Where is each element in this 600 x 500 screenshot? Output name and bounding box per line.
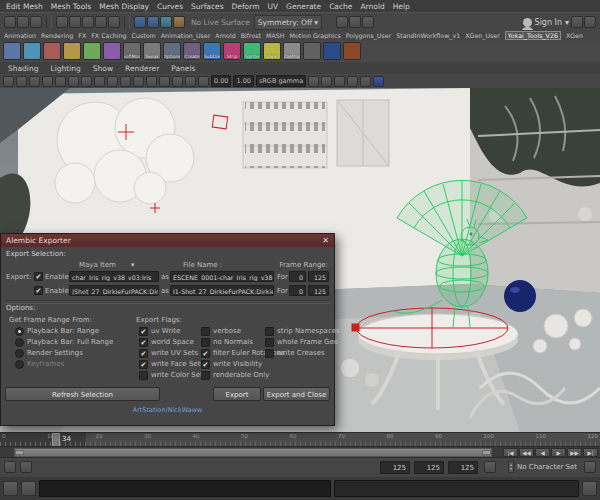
auto-key-icon[interactable]	[20, 461, 32, 473]
maya-item-dropdown-icon[interactable]: ▾	[131, 261, 135, 269]
shelf-icon[interactable]: Tweak	[143, 42, 161, 60]
export-and-close-button[interactable]: Export and Close	[263, 387, 330, 401]
tab-fx[interactable]: FX	[78, 32, 86, 39]
set-key-icon[interactable]	[484, 461, 496, 473]
file-name-field[interactable]: I1-Shot_27_DirkieFurPACK:Dirkie_Pack.abc	[170, 285, 274, 296]
uv-write-checkbox[interactable]	[139, 327, 148, 336]
go-to-end-button[interactable]: ▶|	[583, 448, 598, 457]
panel-menu-lighting[interactable]: Lighting	[50, 64, 80, 73]
strip-namespaces-label[interactable]: strip Namespaces	[277, 327, 340, 335]
menu-help[interactable]: Help	[389, 2, 414, 11]
shelf-icon[interactable]: SoftMod	[123, 42, 141, 60]
play-forwards-button[interactable]: ▶	[551, 448, 566, 457]
file-name-header[interactable]: File Name :	[183, 261, 222, 269]
playback-end-field[interactable]: 125	[380, 461, 410, 474]
snap-plane-icon[interactable]	[173, 16, 185, 28]
write-face-sets-checkbox[interactable]	[139, 360, 148, 369]
ipr-render-icon[interactable]	[349, 16, 361, 28]
mask-surfaces-icon[interactable]	[95, 16, 107, 28]
shelf-icon[interactable]	[303, 42, 321, 60]
shelf-icon[interactable]	[43, 42, 61, 60]
shelf-icon[interactable]	[63, 42, 81, 60]
range-slider[interactable]	[14, 448, 492, 457]
view-transform-dropdown[interactable]: sRGB gamma	[256, 75, 306, 87]
tab-standinworkflow[interactable]: StandInWorkflow_v1	[396, 32, 460, 39]
panel-menu-shading[interactable]: Shading	[8, 64, 38, 73]
object-mode-icon[interactable]	[17, 16, 29, 28]
image-plane-icon[interactable]	[55, 76, 66, 87]
snap-point-icon[interactable]	[160, 16, 172, 28]
shelf-icon[interactable]: Vape	[263, 42, 281, 60]
shelf-icon[interactable]	[23, 42, 41, 60]
exposure-field[interactable]: 0.00	[211, 75, 231, 87]
tab-mash[interactable]: MASH	[266, 32, 284, 39]
renderable-only-checkbox[interactable]	[201, 371, 210, 380]
frame-end-field[interactable]: 125	[308, 285, 329, 296]
panel-menu-show[interactable]: Show	[93, 64, 113, 73]
mask-joints-icon[interactable]	[69, 16, 81, 28]
write-creases-label[interactable]: write Creases	[277, 349, 325, 357]
script-language-icon[interactable]	[3, 481, 18, 496]
radio-playback-full-label[interactable]: Playback Bar: Full Range	[27, 338, 113, 346]
world-space-checkbox[interactable]	[139, 338, 148, 347]
lights-icon[interactable]	[198, 76, 209, 87]
tab-bifrost[interactable]: Bifrost	[241, 32, 261, 39]
verbose-checkbox[interactable]	[201, 327, 210, 336]
play-backwards-button[interactable]: ◀	[535, 448, 550, 457]
write-uv-sets-checkbox[interactable]	[139, 349, 148, 358]
go-to-start-button[interactable]: |◀	[503, 448, 518, 457]
maya-item-field[interactable]: char_Iris_rig_v38_v03:Iris	[69, 271, 159, 282]
world-space-label[interactable]: world Space	[151, 338, 194, 346]
no-normals-label[interactable]: no Normals	[213, 338, 253, 346]
mask-deformers-icon[interactable]	[108, 16, 120, 28]
menu-deform[interactable]: Deform	[228, 2, 264, 11]
tab-fx-caching[interactable]: FX Caching	[91, 32, 126, 39]
radio-playback-range-label[interactable]: Playback Bar: Range	[27, 327, 99, 335]
anim-prefs-icon[interactable]	[4, 461, 16, 473]
write-color-sets-label[interactable]: write Color Sets	[151, 371, 206, 379]
shelf-icon[interactable]	[3, 42, 21, 60]
export-button[interactable]: Export	[213, 387, 261, 401]
radio-keyframes[interactable]	[15, 360, 24, 369]
panel-menu-renderer[interactable]: Renderer	[125, 64, 159, 73]
tab-yokai-tools[interactable]: Yokai_Tools_V26	[505, 31, 561, 40]
shelf-icon[interactable]	[343, 42, 361, 60]
menu-uv[interactable]: UV	[263, 2, 282, 11]
filter-euler-checkbox[interactable]	[201, 349, 210, 358]
range-end-handle[interactable]	[482, 450, 491, 455]
xray-icon[interactable]	[308, 76, 319, 87]
shelf-icon[interactable]: SubDiv	[203, 42, 221, 60]
tab-rendering[interactable]: Rendering	[41, 32, 73, 39]
menu-arnold[interactable]: Arnold	[356, 2, 388, 11]
maya-item-field[interactable]: |Shot_27_DirkieFurPACK:Dirkie_Pack	[69, 285, 159, 296]
animation-end-field[interactable]: 125	[414, 461, 444, 474]
gate-mask-icon[interactable]	[107, 76, 118, 87]
panel-menu-panels[interactable]: Panels	[171, 64, 195, 73]
shelf-icon[interactable]: Zoetrop	[283, 42, 301, 60]
snap-grid-icon[interactable]	[134, 16, 146, 28]
isolate-select-icon[interactable]	[334, 76, 345, 87]
character-set-selector[interactable]: ▴▾ No Character Set	[508, 461, 577, 473]
radio-render-settings-label[interactable]: Render Settings	[27, 349, 83, 357]
hierarchy-mode-icon[interactable]	[4, 16, 16, 28]
shelf-icon[interactable]: Options	[163, 42, 181, 60]
current-time-field[interactable]: 125	[448, 461, 478, 474]
resolution-gate-icon[interactable]	[94, 76, 105, 87]
menu-generate[interactable]: Generate	[282, 2, 325, 11]
plugin-display-icon[interactable]	[347, 76, 358, 87]
command-history-icon[interactable]	[21, 481, 36, 496]
uv-write-label[interactable]: uv Write	[151, 327, 180, 335]
viewport-renderer-icon[interactable]	[373, 76, 384, 87]
dialog-titlebar[interactable]: Alembic Exporter ✕	[1, 234, 334, 247]
refresh-selection-button[interactable]: Refresh Selection	[5, 387, 160, 401]
tab-motion-graphics[interactable]: Motion Graphics	[290, 32, 341, 39]
sign-in-area[interactable]: Sign In ▾	[523, 18, 569, 27]
write-visibility-label[interactable]: write Visibility	[213, 360, 262, 368]
verbose-label[interactable]: verbose	[213, 327, 241, 335]
radio-playback-range[interactable]	[15, 327, 24, 336]
safe-title-icon[interactable]	[146, 76, 157, 87]
tab-xgen-user[interactable]: XGen_User	[465, 32, 500, 39]
write-face-sets-label[interactable]: write Face Sets	[151, 360, 204, 368]
file-name-field[interactable]: ESCENE_0001-char_Iris_rig_v38_v03:Iris.a…	[170, 271, 274, 282]
symmetry-dropdown[interactable]: Symmetry: Off ▾	[254, 15, 322, 30]
